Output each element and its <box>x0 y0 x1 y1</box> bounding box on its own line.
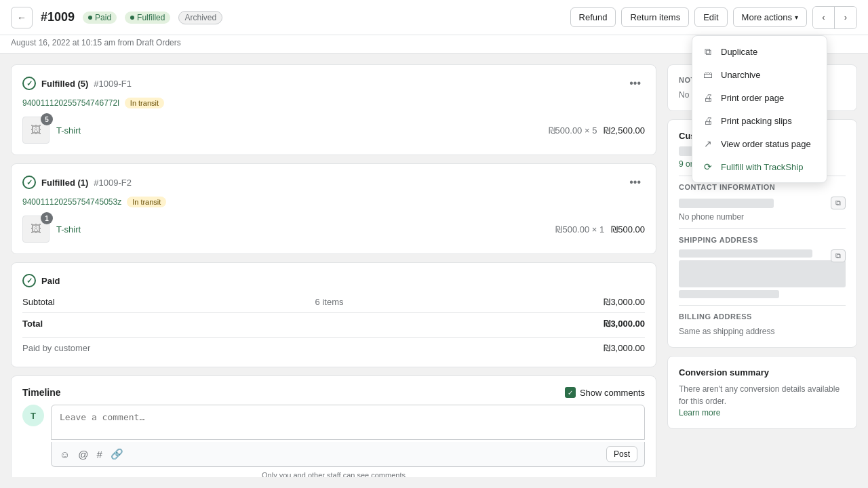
payment-card-header: ✓ Paid <box>22 274 645 287</box>
dropdown-view-status[interactable]: ↗ View order status page <box>692 132 827 155</box>
fulfilled-card-1-header: ✓ Fulfilled (5) #1009-F1 ••• <box>22 76 645 91</box>
prev-order-button[interactable]: ‹ <box>813 7 835 28</box>
total-label: Total <box>22 319 43 329</box>
fulfilled-2-item-price: ₪500.00 × 1 <box>555 224 604 235</box>
billing-address-title: BILLING ADDRESS <box>679 312 846 321</box>
link-icon[interactable]: 🔗 <box>109 447 125 462</box>
fulfilled-2-qty-badge: 1 <box>41 212 53 224</box>
fulfilled-2-item-thumb: 🖼 1 <box>22 216 50 243</box>
comment-input[interactable] <box>51 405 645 440</box>
more-actions-button[interactable]: More actions ▾ <box>733 7 807 27</box>
fulfilled-1-item-total: ₪2,500.00 <box>604 125 645 136</box>
conversion-description: There aren't any conversion details avai… <box>679 383 846 407</box>
conversion-title: Conversion summary <box>679 367 846 378</box>
comment-input-wrap: ☺ @ # 🔗 Post <box>51 405 645 467</box>
fulfilled-card-2: ✓ Fulfilled (1) #1009-F2 ••• 94001112025… <box>11 163 656 254</box>
unarchive-label: Unarchive <box>721 70 761 80</box>
return-items-button[interactable]: Return items <box>621 7 689 27</box>
back-button[interactable]: ← <box>11 7 33 28</box>
fulfilled-1-item-price: ₪500.00 × 5 <box>549 125 597 136</box>
post-button[interactable]: Post <box>606 446 637 462</box>
total-amount: ₪3,000.00 <box>604 319 645 329</box>
trackship-icon: ⟳ <box>702 161 714 173</box>
show-comments-checkbox[interactable]: ✓ <box>565 387 576 398</box>
dropdown-unarchive[interactable]: 🗃 Unarchive <box>692 63 827 86</box>
address-block <box>679 260 846 287</box>
paid-by-amount: ₪3,000.00 <box>604 343 645 353</box>
more-actions-dropdown: ⧉ Duplicate 🗃 Unarchive 🖨 Print order pa… <box>692 35 827 183</box>
left-arrow-icon: ‹ <box>822 12 825 22</box>
paid-badge: Paid <box>83 12 117 24</box>
fulfilled-2-item-name[interactable]: T-shirt <box>56 224 549 235</box>
fulfilled-1-ref: #1009-F1 <box>94 79 132 89</box>
fulfilled-1-tracking-row: 940011120255754746772l In transit <box>22 98 645 108</box>
next-order-button[interactable]: › <box>835 7 856 28</box>
print-packing-icon: 🖨 <box>702 115 714 127</box>
copy-email-button[interactable]: ⧉ <box>831 197 846 209</box>
timeline-card: Timeline ✓ Show comments T ☺ @ # <box>11 375 656 477</box>
subtotal-amount: ₪3,000.00 <box>604 297 645 307</box>
nav-arrows: ‹ › <box>812 6 857 29</box>
print-order-icon: 🖨 <box>702 92 714 104</box>
contact-info-title: CONTACT INFORMATION <box>679 183 846 191</box>
edit-button[interactable]: Edit <box>694 7 727 27</box>
fulfilled-2-ref: #1009-F2 <box>94 178 132 188</box>
unarchive-icon: 🗃 <box>702 68 714 81</box>
fulfilled-1-label: Fulfilled (5) <box>41 79 88 89</box>
dropdown-trackship[interactable]: ⟳ Fullfill with TrackShip <box>692 155 827 178</box>
fulfilled-1-tracking-link[interactable]: 940011120255754746772l <box>22 98 119 108</box>
mention-icon[interactable]: @ <box>77 447 90 462</box>
trackship-label: Fullfill with TrackShip <box>721 162 803 172</box>
order-number: #1009 <box>41 10 75 24</box>
subtotal-row: Subtotal 6 items ₪3,000.00 <box>22 294 645 310</box>
fulfilled-2-item-row: 🖼 1 T-shirt ₪500.00 × 1 ₪500.00 <box>22 216 645 243</box>
fulfilled-badge: Fulfilled <box>125 12 170 24</box>
payment-card: ✓ Paid Subtotal 6 items ₪3,000.00 Total … <box>11 262 656 367</box>
subtotal-qty: 6 items <box>315 297 344 307</box>
dropdown-duplicate[interactable]: ⧉ Duplicate <box>692 40 827 63</box>
dropdown-print-packing[interactable]: 🖨 Print packing slips <box>692 109 827 132</box>
fulfilled-1-menu-button[interactable]: ••• <box>625 76 645 91</box>
view-status-icon: ↗ <box>702 138 714 150</box>
copy-address-button[interactable]: ⧉ <box>831 249 846 262</box>
dropdown-print-order[interactable]: 🖨 Print order page <box>692 86 827 109</box>
fulfilled-card-1-title: ✓ Fulfilled (5) #1009-F1 <box>22 77 132 90</box>
timeline-title: Timeline <box>22 387 61 398</box>
payment-title: ✓ Paid <box>22 274 60 287</box>
learn-more-link[interactable]: Learn more <box>679 408 720 418</box>
hashtag-icon[interactable]: # <box>96 447 104 462</box>
paid-icon: ✓ <box>22 274 36 287</box>
fulfilled-1-transit-badge: In transit <box>125 98 164 108</box>
contact-email-row: ⧉ <box>679 197 846 209</box>
image-icon: 🖼 <box>31 124 41 136</box>
fulfilled-2-label: Fulfilled (1) <box>41 178 88 188</box>
print-packing-label: Print packing slips <box>721 116 792 126</box>
fulfilled-2-icon: ✓ <box>22 176 36 189</box>
fulfilled-2-item-total: ₪500.00 <box>611 224 645 235</box>
shipping-address-title: SHIPPING ADDRESS <box>679 236 846 244</box>
fulfilled-2-menu-button[interactable]: ••• <box>625 175 645 190</box>
view-status-label: View order status page <box>721 139 811 149</box>
conversion-card: Conversion summary There aren't any conv… <box>667 356 857 429</box>
comment-toolbar: ☺ @ # 🔗 Post <box>51 442 645 467</box>
emoji-icon[interactable]: ☺ <box>58 447 71 462</box>
paid-label: Paid <box>41 276 60 286</box>
comment-note: Only you and other staff can see comment… <box>22 471 645 477</box>
fulfilled-2-tracking-link[interactable]: 940011120255754745053z <box>22 197 121 207</box>
fulfilled-1-qty-badge: 5 <box>41 113 53 125</box>
show-comments-area: ✓ Show comments <box>565 387 645 398</box>
fulfilled-2-transit-badge: In transit <box>127 197 166 207</box>
billing-same-text: Same as shipping address <box>679 327 774 336</box>
chevron-down-icon: ▾ <box>795 14 798 21</box>
comment-area: T ☺ @ # 🔗 Post <box>22 405 645 467</box>
shipping-address-content: ⧉ <box>679 249 846 298</box>
timeline-header: Timeline ✓ Show comments <box>22 387 645 398</box>
right-arrow-icon: › <box>844 12 847 22</box>
no-phone-text: No phone number <box>679 212 846 222</box>
refund-button[interactable]: Refund <box>570 7 616 27</box>
print-order-label: Print order page <box>721 93 784 103</box>
more-actions-label: More actions <box>742 12 792 22</box>
fulfilled-1-item-name[interactable]: T-shirt <box>56 125 542 136</box>
paid-by-label: Paid by customer <box>22 343 90 353</box>
fulfilled-1-item-thumb: 🖼 5 <box>22 117 50 144</box>
